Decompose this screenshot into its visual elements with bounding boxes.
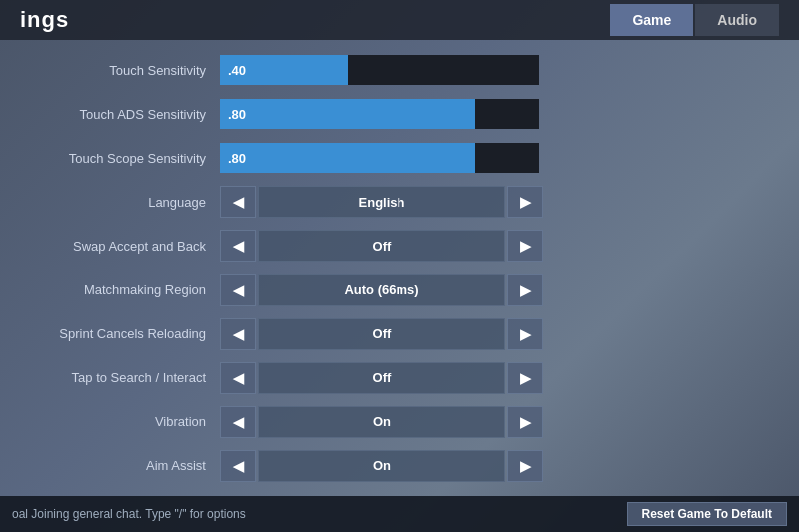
touch-sensitivity-row: Touch Sensitivity .40: [40, 50, 759, 90]
vibration-value: On: [258, 406, 505, 438]
tab-bar: Game Audio: [610, 4, 779, 36]
aim-assist-right-btn[interactable]: ▶: [507, 450, 543, 482]
tap-to-search-left-btn[interactable]: ◀: [220, 362, 256, 394]
sprint-cancels-reloading-right-btn[interactable]: ▶: [507, 318, 543, 350]
vibration-label: Vibration: [40, 414, 220, 429]
matchmaking-region-row: Matchmaking Region ◀ Auto (66ms) ▶: [40, 269, 759, 309]
tap-to-search-row: Tap to Search / Interact ◀ Off ▶: [40, 358, 759, 398]
language-right-btn[interactable]: ▶: [507, 186, 543, 218]
swap-accept-back-value: Off: [258, 230, 505, 262]
tab-game[interactable]: Game: [610, 4, 693, 36]
language-label: Language: [40, 195, 220, 210]
language-control: ◀ English ▶: [220, 186, 543, 218]
language-row: Language ◀ English ▶: [40, 182, 759, 222]
sprint-cancels-reloading-row: Sprint Cancels Reloading ◀ Off ▶: [40, 314, 759, 354]
settings-content: Touch Sensitivity .40 Touch ADS Sensitiv…: [0, 40, 799, 496]
aim-assist-control: ◀ On ▶: [220, 450, 543, 482]
aim-assist-left-btn[interactable]: ◀: [220, 450, 256, 482]
vibration-right-btn[interactable]: ▶: [507, 406, 543, 438]
matchmaking-region-label: Matchmaking Region: [40, 282, 220, 297]
touch-scope-sensitivity-fill: .80: [220, 143, 475, 173]
touch-ads-sensitivity-fill: .80: [220, 99, 475, 129]
chat-message: oal Joining general chat. Type "/" for o…: [12, 507, 246, 521]
aim-assist-value: On: [258, 450, 505, 482]
matchmaking-region-value: Auto (66ms): [258, 274, 505, 306]
page-title: ings: [20, 7, 69, 33]
touch-sensitivity-slider[interactable]: .40: [220, 55, 539, 85]
matchmaking-region-left-btn[interactable]: ◀: [220, 274, 256, 306]
language-left-btn[interactable]: ◀: [220, 186, 256, 218]
touch-sensitivity-label: Touch Sensitivity: [40, 63, 220, 78]
swap-accept-back-right-btn[interactable]: ▶: [507, 230, 543, 262]
touch-sensitivity-fill: .40: [220, 55, 348, 85]
touch-scope-sensitivity-label: Touch Scope Sensitivity: [40, 151, 220, 166]
swap-accept-back-row: Swap Accept and Back ◀ Off ▶: [40, 226, 759, 266]
vibration-row: Vibration ◀ On ▶: [40, 402, 759, 442]
language-value: English: [258, 186, 505, 218]
reset-game-button[interactable]: Reset Game To Default: [627, 502, 787, 526]
matchmaking-region-right-btn[interactable]: ▶: [507, 274, 543, 306]
touch-ads-sensitivity-row: Touch ADS Sensitivity .80: [40, 94, 759, 134]
aim-assist-label: Aim Assist: [40, 458, 220, 473]
sprint-cancels-reloading-label: Sprint Cancels Reloading: [40, 326, 220, 341]
tab-audio[interactable]: Audio: [695, 4, 779, 36]
aim-assist-row: Aim Assist ◀ On ▶: [40, 446, 759, 486]
swap-accept-back-label: Swap Accept and Back: [40, 239, 220, 254]
sprint-cancels-reloading-left-btn[interactable]: ◀: [220, 318, 256, 350]
tap-to-search-value: Off: [258, 362, 505, 394]
touch-scope-sensitivity-slider[interactable]: .80: [220, 143, 539, 173]
touch-scope-sensitivity-row: Touch Scope Sensitivity .80: [40, 138, 759, 178]
vibration-left-btn[interactable]: ◀: [220, 406, 256, 438]
touch-ads-sensitivity-label: Touch ADS Sensitivity: [40, 107, 220, 122]
matchmaking-region-control: ◀ Auto (66ms) ▶: [220, 274, 543, 306]
touch-ads-sensitivity-slider[interactable]: .80: [220, 99, 539, 129]
swap-accept-back-control: ◀ Off ▶: [220, 230, 543, 262]
page: ings Game Audio Touch Sensitivity .40 To…: [0, 0, 799, 532]
tap-to-search-right-btn[interactable]: ▶: [507, 362, 543, 394]
tap-to-search-label: Tap to Search / Interact: [40, 370, 220, 385]
swap-accept-back-left-btn[interactable]: ◀: [220, 230, 256, 262]
sprint-cancels-reloading-control: ◀ Off ▶: [220, 318, 543, 350]
footer: oal Joining general chat. Type "/" for o…: [0, 496, 799, 532]
sprint-cancels-reloading-value: Off: [258, 318, 505, 350]
header: ings Game Audio: [0, 0, 799, 40]
tap-to-search-control: ◀ Off ▶: [220, 362, 543, 394]
vibration-control: ◀ On ▶: [220, 406, 543, 438]
